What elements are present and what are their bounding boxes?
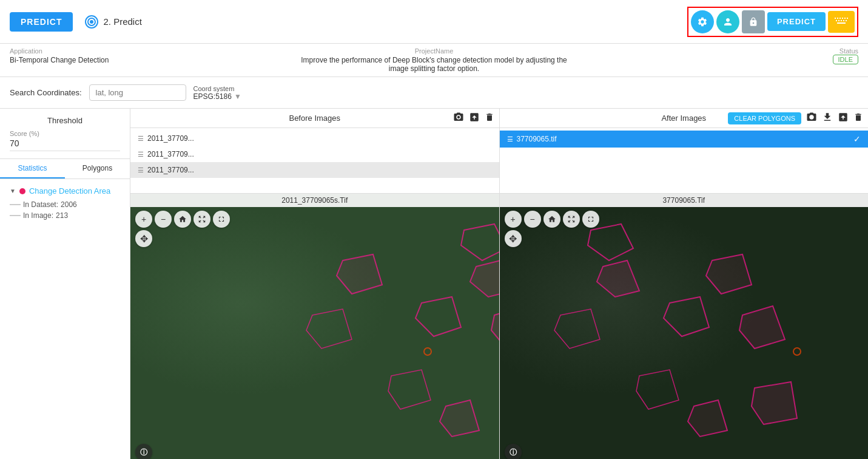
file-name: 37709065.tif xyxy=(517,135,557,143)
svg-rect-4 xyxy=(839,18,841,19)
settings-button[interactable] xyxy=(691,10,714,33)
file-name: 2011_37709... xyxy=(147,166,194,174)
camera-icon[interactable] xyxy=(453,112,464,125)
before-map-panel: 2011_37709065s.Tif + − ✥ xyxy=(130,194,499,459)
list-icon: ☰ xyxy=(507,135,513,143)
svg-point-1 xyxy=(90,20,93,24)
coord-system-label: Coord system xyxy=(193,85,235,92)
list-icon: ☰ xyxy=(138,135,144,143)
svg-rect-5 xyxy=(842,18,843,19)
predict-top-button[interactable]: PREDICT xyxy=(767,12,826,31)
svg-marker-31 xyxy=(706,254,752,294)
status-badge: IDLE xyxy=(833,55,858,64)
after-images-header: After Images CLEAR POLYGONS xyxy=(500,109,869,128)
tab-polygons[interactable]: Polygons xyxy=(65,159,130,178)
svg-marker-14 xyxy=(461,224,499,260)
keyboard-button[interactable] xyxy=(828,11,855,33)
cda-label[interactable]: Change Detection Area xyxy=(29,186,110,195)
svg-rect-13 xyxy=(837,22,846,24)
info-button[interactable]: ⓘ xyxy=(135,444,152,459)
fullscreen-button[interactable] xyxy=(213,211,230,228)
after-upload-icon[interactable] xyxy=(838,112,849,125)
fit-button[interactable] xyxy=(193,211,210,228)
list-icon: ☰ xyxy=(138,151,144,158)
svg-marker-28 xyxy=(688,400,727,437)
svg-marker-16 xyxy=(415,297,461,336)
delete-icon[interactable] xyxy=(485,112,494,124)
home-button[interactable] xyxy=(174,211,191,228)
threshold-title: Threshold xyxy=(10,116,120,125)
project-cell: ProjectName Improve the performance of D… xyxy=(292,47,575,73)
cda-header: ▼ Change Detection Area xyxy=(10,186,120,195)
after-images-panel: After Images CLEAR POLYGONS xyxy=(500,109,869,193)
step-label: 2. Predict xyxy=(103,16,141,27)
after-delete-icon[interactable] xyxy=(853,112,863,124)
after-move-button[interactable]: ✥ xyxy=(505,230,522,247)
list-icon: ☰ xyxy=(138,166,144,174)
svg-marker-24 xyxy=(597,260,639,297)
before-images-icons xyxy=(453,112,494,125)
step-circle xyxy=(85,15,98,29)
in-image-row: In Image: 213 xyxy=(10,211,120,220)
score-label: Score (%) xyxy=(10,130,120,137)
change-detection-area: ▼ Change Detection Area In Dataset: 2006… xyxy=(0,179,130,227)
search-bar: Search Coordinates: Coord system EPSG:51… xyxy=(0,77,868,109)
svg-point-20 xyxy=(424,348,431,355)
application-value: Bi-Temporal Change Detection xyxy=(10,56,292,64)
svg-rect-12 xyxy=(846,20,847,21)
after-map-title: 37709065.Tif xyxy=(500,194,869,207)
score-line xyxy=(10,151,120,151)
before-images-title: Before Images xyxy=(289,114,340,123)
info-bar: Application Bi-Temporal Change Detection… xyxy=(0,44,868,77)
after-zoom-out-button[interactable]: − xyxy=(524,211,541,228)
maps-area: 2011_37709065s.Tif + − ✥ xyxy=(130,194,868,459)
predict-header-button[interactable]: PREDICT xyxy=(10,12,73,32)
search-coordinates-input[interactable] xyxy=(89,84,186,101)
svg-rect-10 xyxy=(841,20,842,21)
after-info-button[interactable]: ⓘ xyxy=(505,444,522,459)
svg-marker-19 xyxy=(440,400,479,437)
header-right-tools: PREDICT xyxy=(687,7,858,37)
after-map-controls: + − ✥ xyxy=(505,211,614,247)
project-value: Improve the performance of Deep Block's … xyxy=(292,56,575,73)
after-fit-button[interactable] xyxy=(563,211,580,228)
clear-polygons-button[interactable]: CLEAR POLYGONS xyxy=(728,112,801,124)
before-images-panel: Before Images xyxy=(130,109,500,193)
list-item[interactable]: ☰ 2011_37709... xyxy=(130,146,499,162)
coord-dropdown-arrow[interactable]: ▼ xyxy=(234,92,241,101)
file-name: 2011_37709... xyxy=(147,134,194,143)
svg-rect-6 xyxy=(844,18,846,19)
after-download-icon[interactable] xyxy=(822,112,833,125)
threshold-section: Threshold Score (%) 70 xyxy=(0,109,130,159)
svg-rect-3 xyxy=(837,18,838,19)
upload-icon[interactable] xyxy=(469,112,480,125)
before-map-title: 2011_37709065s.Tif xyxy=(130,194,499,207)
main-content: Threshold Score (%) 70 Statistics Polygo… xyxy=(0,109,868,459)
move-button[interactable]: ✥ xyxy=(135,230,152,247)
list-item[interactable]: ☰ 2011_37709... xyxy=(130,162,499,178)
status-label: Status xyxy=(839,47,858,55)
score-value: 70 xyxy=(10,138,120,148)
lock-button[interactable] xyxy=(742,10,765,33)
before-images-header: Before Images xyxy=(130,109,499,128)
tabs-row: Statistics Polygons xyxy=(0,159,130,179)
zoom-out-button[interactable]: − xyxy=(155,211,172,228)
svg-rect-9 xyxy=(838,20,839,21)
user-button[interactable] xyxy=(716,10,739,33)
after-images-title: After Images xyxy=(661,114,706,123)
after-camera-icon[interactable] xyxy=(806,112,817,125)
list-item[interactable]: ☰ 2011_37709... xyxy=(130,131,499,146)
cda-dot-icon xyxy=(19,188,25,194)
after-zoom-in-button[interactable]: + xyxy=(505,211,522,228)
step-indicator: 2. Predict xyxy=(85,15,141,29)
before-map-controls: + − ✥ xyxy=(135,211,244,247)
zoom-in-button[interactable]: + xyxy=(135,211,152,228)
status-cell: Status IDLE xyxy=(576,47,858,73)
header: PREDICT 2. Predict PREDICT xyxy=(0,0,868,44)
before-images-file-list: ☰ 2011_37709... ☰ 2011_37709... ☰ 2011_3… xyxy=(130,128,499,193)
after-home-button[interactable] xyxy=(543,211,560,228)
tab-statistics[interactable]: Statistics xyxy=(0,159,65,178)
coord-system-value: EPSG:5186 xyxy=(193,92,232,101)
after-fullscreen-button[interactable] xyxy=(582,211,599,228)
list-item[interactable]: ☰ 37709065.tif ✓ xyxy=(500,131,869,148)
